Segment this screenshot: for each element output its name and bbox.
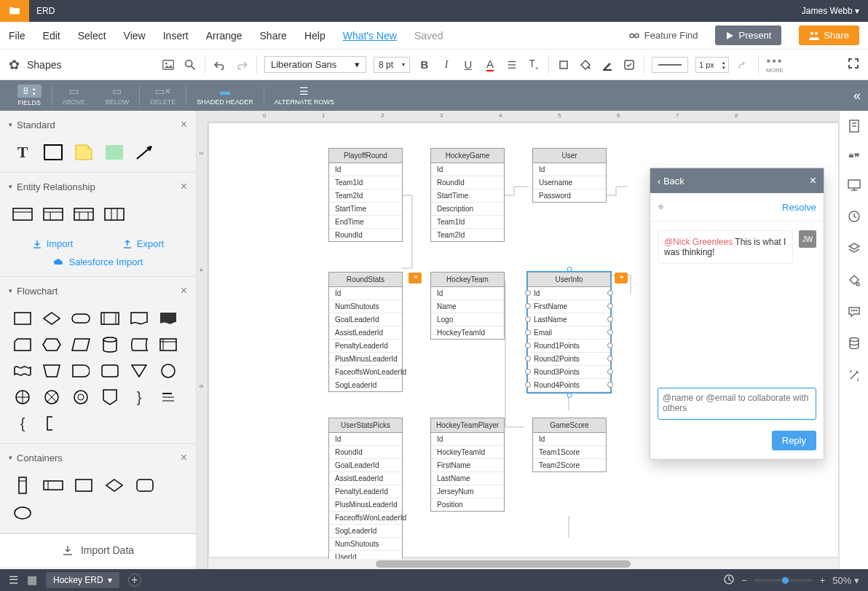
fc-predef[interactable] [99, 309, 121, 328]
search-icon[interactable] [183, 58, 197, 72]
history-icon[interactable] [848, 210, 861, 226]
italic-button[interactable]: I [439, 58, 454, 72]
standard-section-header[interactable]: ▾Standard× [0, 111, 196, 138]
text-shape[interactable]: T [12, 143, 33, 162]
fc-sum[interactable] [12, 388, 33, 407]
gear-icon[interactable]: ✿ [9, 57, 20, 73]
containers-section-header[interactable]: ▾Containers× [0, 444, 196, 471]
table-userinfo[interactable]: UserInfo Id FirstName LastName Email Rou… [527, 272, 611, 393]
close-icon[interactable]: × [181, 180, 187, 193]
resolve-button[interactable]: Resolve [782, 202, 816, 213]
note-shape[interactable] [73, 143, 95, 162]
fc-lbrace[interactable]: { [12, 414, 33, 433]
add-page-button[interactable]: + [128, 574, 141, 587]
back-button[interactable]: ‹ Back [658, 176, 684, 187]
fill-button[interactable] [578, 58, 593, 72]
share-button[interactable]: Share [799, 26, 859, 45]
entity-rel-section-header[interactable]: ▾Entity Relationship× [0, 173, 196, 200]
undo-button[interactable] [213, 58, 227, 72]
comment-marker[interactable]: ❝ [615, 273, 628, 283]
table-playoffround[interactable]: PlayoffRound Id Team1Id Team2Id StartTim… [328, 148, 403, 242]
fc-delay[interactable] [70, 361, 92, 380]
text-color-button[interactable]: A [483, 58, 497, 72]
import-link[interactable]: Import [32, 238, 74, 249]
close-icon[interactable]: × [810, 174, 816, 187]
cont-6[interactable] [12, 504, 33, 522]
block-shape[interactable] [103, 143, 125, 162]
comment-marker[interactable]: ❝ [409, 273, 422, 283]
more-button[interactable]: •••MORE [766, 55, 784, 74]
menu-insert[interactable]: Insert [163, 30, 189, 42]
fc-tape[interactable] [12, 361, 33, 380]
fc-db[interactable] [99, 335, 121, 354]
fullscreen-button[interactable] [848, 58, 859, 72]
cont-1[interactable] [12, 476, 33, 495]
fc-para[interactable] [70, 335, 92, 354]
close-icon[interactable]: × [181, 451, 187, 464]
fc-internal[interactable] [157, 335, 179, 354]
arrow-shape[interactable] [134, 143, 156, 162]
font-family-select[interactable]: Liberation Sans▾ [264, 56, 366, 73]
fc-anno[interactable] [41, 414, 63, 433]
user-menu[interactable]: James Webb ▾ [802, 6, 868, 16]
fields-count[interactable]: 8▴▾ FIELDS [7, 85, 52, 106]
fc-doc[interactable] [128, 309, 150, 328]
erd-shape-3[interactable] [73, 205, 95, 224]
close-icon[interactable]: × [181, 284, 187, 297]
snap-icon[interactable] [724, 574, 734, 587]
fc-circle[interactable] [157, 361, 179, 380]
line-width-select[interactable]: 1 px▴▾ [695, 57, 729, 73]
layers-icon[interactable] [848, 242, 861, 258]
close-icon[interactable]: × [181, 118, 187, 131]
fc-terminator[interactable] [70, 309, 92, 328]
zoom-out-button[interactable]: − [741, 575, 747, 586]
shaded-header-button[interactable]: ▬SHADED HEADER [186, 85, 264, 106]
menu-select[interactable]: Select [78, 30, 106, 42]
table-gamescore[interactable]: GameScore Id Team1Score Team2Score [532, 418, 607, 472]
crop-button[interactable] [556, 58, 571, 72]
line-style-select[interactable] [652, 57, 688, 73]
table-hockeyteam[interactable]: HockeyTeam Id Name Logo HockeyTeamId [430, 272, 505, 340]
reply-button[interactable]: Reply [772, 431, 816, 450]
menu-view[interactable]: View [124, 30, 146, 42]
menu-share[interactable]: Share [260, 30, 287, 42]
fc-collate[interactable] [70, 388, 92, 407]
present-button[interactable]: Present [715, 26, 781, 45]
erd-shape-2[interactable] [42, 205, 64, 224]
fc-rounded[interactable] [99, 361, 121, 380]
grid-view-icon[interactable]: ▦ [27, 574, 37, 587]
delete-field-button[interactable]: ▭×DELETE [140, 85, 186, 106]
fc-offpage[interactable] [99, 388, 121, 407]
fc-note[interactable] [157, 388, 179, 407]
zoom-level[interactable]: 50% ▾ [832, 575, 859, 586]
menu-arrange[interactable]: Arrange [206, 30, 242, 42]
fc-brace[interactable]: } [128, 388, 150, 407]
table-hockeyteamplayer[interactable]: HockeyTeamPlayer Id HockeyTeamId FirstNa… [430, 418, 505, 512]
feature-find[interactable]: Feature Find [628, 30, 698, 42]
align-button[interactable] [505, 58, 519, 72]
fc-hex[interactable] [41, 335, 63, 354]
chat-icon[interactable] [848, 306, 861, 321]
erd-shape-1[interactable] [12, 205, 33, 224]
salesforce-import-link[interactable]: Salesforce Import [0, 257, 196, 276]
fc-diamond[interactable] [41, 309, 63, 328]
cont-2[interactable] [42, 476, 64, 495]
cont-4[interactable] [103, 476, 125, 495]
alternate-rows-button[interactable]: ☰ALTERNATE ROWS [264, 85, 344, 106]
stroke-color-button[interactable] [600, 58, 615, 72]
font-size-select[interactable]: 8 pt▾ [374, 57, 410, 73]
add-below-button[interactable]: ▭BELOW [95, 85, 140, 106]
table-hockeygame[interactable]: HockeyGame Id RoundId StartTime Descript… [430, 148, 505, 242]
comment-icon[interactable]: ❝❞ [848, 152, 860, 163]
collapse-erd-toolbar[interactable]: « [853, 88, 861, 103]
underline-button[interactable]: U [461, 58, 476, 72]
fc-rect[interactable] [12, 309, 33, 328]
reply-input[interactable] [658, 388, 816, 420]
table-user[interactable]: User Id Username Password [532, 148, 607, 203]
menu-file[interactable]: File [9, 30, 25, 42]
erd-shape-4[interactable] [103, 205, 125, 224]
database-icon[interactable] [848, 337, 860, 353]
document-icon[interactable] [848, 120, 860, 136]
rect-shape[interactable] [42, 143, 64, 162]
fc-card[interactable] [12, 335, 33, 354]
